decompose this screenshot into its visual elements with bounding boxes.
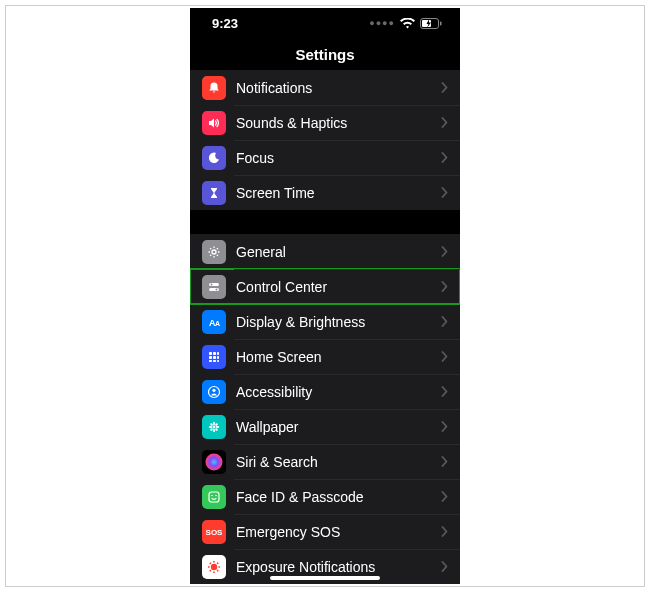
chevron-right-icon [441, 491, 448, 502]
svg-line-50 [217, 562, 218, 563]
row-label: General [236, 244, 441, 260]
flower-icon [202, 415, 226, 439]
chevron-right-icon [441, 526, 448, 537]
header: Settings [190, 38, 460, 70]
svg-rect-39 [209, 492, 219, 502]
svg-point-38 [206, 453, 223, 470]
svg-line-11 [210, 254, 211, 255]
page-title: Settings [295, 46, 354, 63]
row-label: Wallpaper [236, 419, 441, 435]
svg-point-43 [211, 563, 217, 569]
svg-line-49 [217, 570, 218, 571]
chevron-right-icon [441, 82, 448, 93]
row-label: Screen Time [236, 185, 441, 201]
person-icon [202, 380, 226, 404]
svg-rect-18 [209, 352, 212, 355]
cellular-dots-icon: ●●●● [369, 18, 395, 28]
chevron-right-icon [441, 456, 448, 467]
svg-point-36 [215, 422, 219, 426]
svg-point-13 [211, 283, 213, 285]
svg-line-51 [210, 570, 211, 571]
svg-line-10 [217, 248, 218, 249]
chevron-right-icon [441, 117, 448, 128]
image-frame: 9:23 ●●●● Settings NotificationsSounds &… [5, 5, 645, 587]
exposure-icon [202, 555, 226, 579]
status-bar: 9:23 ●●●● [190, 8, 460, 38]
svg-rect-21 [209, 356, 212, 359]
svg-rect-26 [217, 360, 219, 362]
svg-point-35 [215, 427, 219, 431]
svg-point-33 [216, 425, 220, 427]
gear-icon [202, 240, 226, 264]
settings-group: GeneralControl CenterAADisplay & Brightn… [190, 234, 460, 584]
svg-point-28 [212, 388, 215, 391]
settings-row-accessibility[interactable]: Accessibility [190, 374, 460, 409]
status-time: 9:23 [212, 16, 238, 31]
svg-point-29 [213, 425, 216, 428]
chevron-right-icon [441, 246, 448, 257]
settings-row-display-brightness[interactable]: AADisplay & Brightness [190, 304, 460, 339]
row-label: Face ID & Passcode [236, 489, 441, 505]
row-label: Siri & Search [236, 454, 441, 470]
svg-point-32 [209, 425, 213, 427]
svg-text:A: A [215, 320, 220, 327]
chevron-right-icon [441, 316, 448, 327]
grid-icon [202, 345, 226, 369]
settings-row-screen-time[interactable]: Screen Time [190, 175, 460, 210]
siri-icon [202, 450, 226, 474]
svg-rect-24 [209, 360, 212, 362]
svg-rect-25 [213, 360, 216, 362]
chevron-right-icon [441, 351, 448, 362]
settings-group: NotificationsSounds & HapticsFocusScreen… [190, 70, 460, 210]
aa-icon: AA [202, 310, 226, 334]
row-label: Exposure Notifications [236, 559, 441, 575]
svg-line-9 [217, 254, 218, 255]
row-label: Focus [236, 150, 441, 166]
svg-line-48 [210, 562, 211, 563]
settings-row-face-id-passcode[interactable]: Face ID & Passcode [190, 479, 460, 514]
chevron-right-icon [441, 421, 448, 432]
settings-row-sounds-haptics[interactable]: Sounds & Haptics [190, 105, 460, 140]
row-label: Home Screen [236, 349, 441, 365]
row-label: Emergency SOS [236, 524, 441, 540]
chevron-right-icon [441, 281, 448, 292]
chevron-right-icon [441, 187, 448, 198]
sos-icon: SOS [202, 520, 226, 544]
chevron-right-icon [441, 386, 448, 397]
phone-screen: 9:23 ●●●● Settings NotificationsSounds &… [190, 8, 460, 584]
bell-icon [202, 76, 226, 100]
speaker-icon [202, 111, 226, 135]
settings-row-wallpaper[interactable]: Wallpaper [190, 409, 460, 444]
settings-row-emergency-sos[interactable]: SOSEmergency SOS [190, 514, 460, 549]
svg-rect-2 [440, 21, 442, 25]
svg-rect-20 [217, 352, 219, 355]
svg-point-27 [209, 386, 220, 397]
chevron-right-icon [441, 152, 448, 163]
moon-icon [202, 146, 226, 170]
toggles-icon [202, 275, 226, 299]
svg-point-3 [212, 250, 216, 254]
wifi-icon [400, 18, 415, 29]
settings-row-control-center[interactable]: Control Center [190, 269, 460, 304]
home-indicator[interactable] [270, 576, 380, 580]
face-icon [202, 485, 226, 509]
settings-row-general[interactable]: General [190, 234, 460, 269]
row-label: Notifications [236, 80, 441, 96]
settings-row-notifications[interactable]: Notifications [190, 70, 460, 105]
svg-point-37 [210, 427, 214, 431]
settings-row-focus[interactable]: Focus [190, 140, 460, 175]
svg-point-41 [215, 494, 217, 496]
svg-line-8 [210, 248, 211, 249]
chevron-right-icon [441, 561, 448, 572]
row-label: Display & Brightness [236, 314, 441, 330]
row-label: Sounds & Haptics [236, 115, 441, 131]
svg-point-30 [213, 421, 215, 425]
svg-point-15 [216, 288, 218, 290]
svg-text:SOS: SOS [206, 528, 224, 537]
svg-rect-22 [213, 356, 216, 359]
settings-list[interactable]: NotificationsSounds & HapticsFocusScreen… [190, 70, 460, 584]
battery-charging-icon [420, 18, 442, 29]
settings-row-home-screen[interactable]: Home Screen [190, 339, 460, 374]
svg-point-40 [211, 494, 213, 496]
settings-row-siri-search[interactable]: Siri & Search [190, 444, 460, 479]
